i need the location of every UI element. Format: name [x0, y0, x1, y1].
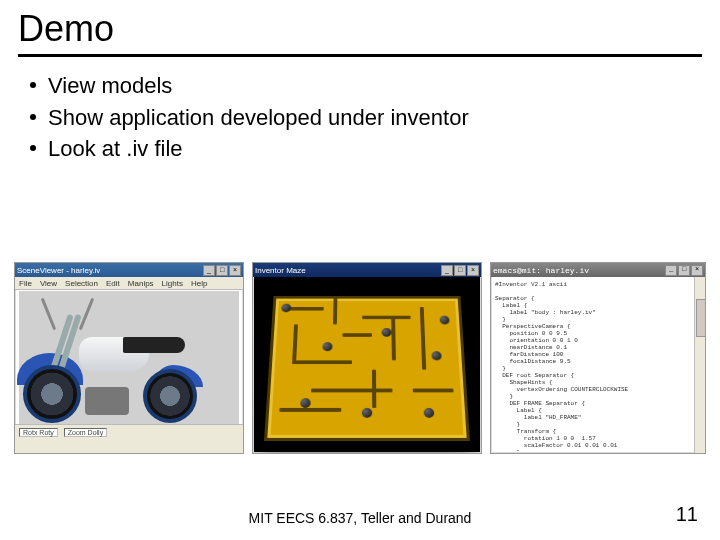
motorcycle-model	[27, 303, 207, 423]
menu-item: File	[19, 279, 32, 288]
close-icon: ×	[691, 265, 703, 276]
bullet-icon	[30, 114, 36, 120]
bullet-text: Show application developed under invento…	[48, 103, 469, 133]
maze-wall	[420, 307, 426, 370]
menu-item: Help	[191, 279, 207, 288]
maze-wall	[292, 324, 298, 360]
handlebars	[41, 301, 105, 331]
seat	[123, 337, 185, 353]
window-controls: _ □ ×	[203, 265, 241, 276]
maze-hole	[431, 351, 441, 360]
rear-wheel	[143, 369, 197, 423]
iv-file-content: #Inventor V2.1 ascii Separator { Label {…	[493, 279, 695, 451]
window-titlebar: Inventor Maze _ □ ×	[253, 263, 481, 277]
maze-hole	[281, 304, 291, 313]
maze-wall	[279, 408, 341, 412]
inventor-maze-window: Inventor Maze _ □ ×	[252, 262, 482, 454]
title-rule	[18, 54, 702, 57]
maze-hole	[440, 316, 450, 325]
maximize-icon: □	[454, 265, 466, 276]
maze-wall	[342, 333, 371, 337]
window-titlebar: emacs@mit: harley.iv _ □ ×	[491, 263, 705, 277]
list-item: Show application developed under invento…	[30, 103, 702, 133]
status-text: Rotx Roty	[19, 428, 58, 437]
figure-row: SceneViewer - harley.iv _ □ × File View …	[14, 262, 706, 454]
page-number: 11	[676, 503, 698, 526]
status-text: Zoom Dolly	[64, 428, 107, 437]
engine	[85, 387, 129, 415]
minimize-icon: _	[441, 265, 453, 276]
maze-wall	[292, 360, 352, 364]
window-controls: _ □ ×	[665, 265, 703, 276]
window-title: emacs@mit: harley.iv	[493, 266, 589, 275]
bullet-text: View models	[48, 71, 172, 101]
sceneviewer-window: SceneViewer - harley.iv _ □ × File View …	[14, 262, 244, 454]
bullet-icon	[30, 82, 36, 88]
maze-hole	[300, 398, 311, 408]
menu-item: Manips	[128, 279, 154, 288]
window-title: Inventor Maze	[255, 266, 306, 275]
slide-title: Demo	[18, 8, 702, 50]
window-controls: _ □ ×	[441, 265, 479, 276]
close-icon: ×	[229, 265, 241, 276]
menu-item: View	[40, 279, 57, 288]
status-bar: Rotx Roty Zoom Dolly	[15, 424, 243, 453]
maximize-icon: □	[216, 265, 228, 276]
menu-item: Selection	[65, 279, 98, 288]
sceneviewer-viewport	[19, 291, 239, 425]
scrollbar	[694, 277, 705, 453]
maximize-icon: □	[678, 265, 690, 276]
maze-hole	[322, 342, 332, 351]
menu-item: Edit	[106, 279, 120, 288]
bullet-text: Look at .iv file	[48, 134, 183, 164]
maze-hole	[382, 328, 392, 337]
front-wheel	[23, 365, 81, 423]
menu-item: Lights	[162, 279, 183, 288]
close-icon: ×	[467, 265, 479, 276]
minimize-icon: _	[665, 265, 677, 276]
slide-footer: MIT EECS 6.837, Teller and Durand 11	[0, 510, 720, 526]
maze-ball	[424, 408, 435, 418]
maze-wall	[333, 299, 337, 325]
maze-wall	[311, 389, 392, 393]
maze-wall	[372, 370, 376, 408]
bullet-list: View models Show application developed u…	[30, 71, 702, 164]
maze-wall	[413, 389, 454, 393]
maze-wall	[391, 316, 396, 361]
minimize-icon: _	[203, 265, 215, 276]
window-titlebar: SceneViewer - harley.iv _ □ ×	[15, 263, 243, 277]
maze-hole	[362, 408, 372, 418]
maze-viewport	[261, 285, 473, 445]
list-item: Look at .iv file	[30, 134, 702, 164]
maze-wall	[362, 316, 410, 319]
menu-bar: File View Selection Edit Manips Lights H…	[15, 277, 243, 290]
footer-credit: MIT EECS 6.837, Teller and Durand	[0, 510, 720, 526]
maze-board	[264, 296, 470, 441]
window-title: SceneViewer - harley.iv	[17, 266, 100, 275]
bullet-icon	[30, 145, 36, 151]
text-editor-window: emacs@mit: harley.iv _ □ × #Inventor V2.…	[490, 262, 706, 454]
list-item: View models	[30, 71, 702, 101]
